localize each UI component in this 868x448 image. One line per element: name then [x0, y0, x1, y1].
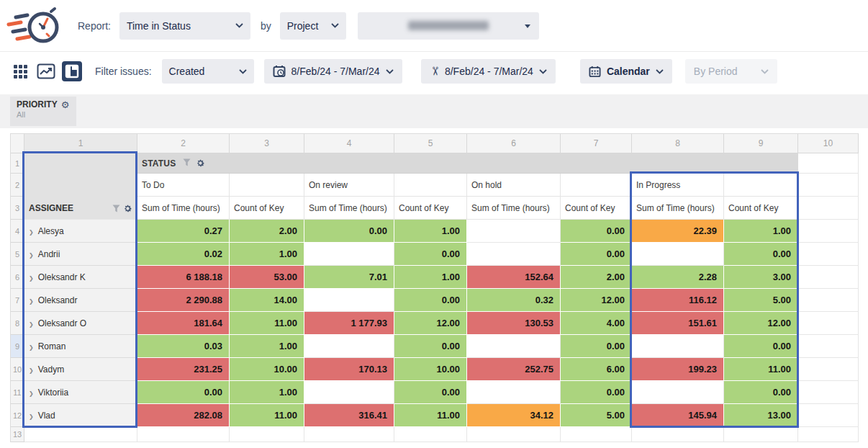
column-header-10[interactable]: 10	[798, 134, 859, 153]
value-cell[interactable]: 0.00	[724, 381, 798, 404]
column-header-5[interactable]: 5	[394, 134, 467, 153]
empty-cell[interactable]	[798, 153, 859, 174]
scope-select[interactable]: Project	[280, 12, 346, 40]
value-cell[interactable]: 2.00	[561, 266, 632, 289]
value-cell[interactable]: 1.00	[724, 220, 798, 243]
column-header-4[interactable]: 4	[304, 134, 394, 153]
value-cell[interactable]	[467, 381, 561, 404]
expand-chevron-icon[interactable]: ❯	[29, 390, 34, 397]
value-cell[interactable]: 0.00	[724, 335, 798, 358]
row-number-4[interactable]: 4	[11, 220, 24, 243]
value-cell[interactable]	[467, 220, 561, 243]
expand-chevron-icon[interactable]: ❯	[29, 367, 34, 374]
value-cell[interactable]: 1.00	[230, 381, 304, 404]
empty-cell[interactable]	[467, 427, 561, 442]
status-time-range-button[interactable]: ✂ 8/Feb/24 - 7/Mar/24	[421, 59, 556, 84]
value-cell[interactable]: 11.00	[230, 312, 304, 335]
value-cell[interactable]: 6 188.18	[137, 266, 230, 289]
report-type-select[interactable]: Time in Status	[119, 12, 250, 40]
value-cell[interactable]: 0.03	[137, 335, 230, 358]
value-cell[interactable]	[304, 289, 394, 312]
value-cell[interactable]: 22.39	[632, 220, 724, 243]
value-cell[interactable]: 2.00	[230, 220, 304, 243]
expand-chevron-icon[interactable]: ❯	[29, 229, 34, 236]
value-cell[interactable]: 151.61	[632, 312, 724, 335]
status-group-on-review[interactable]: On review	[304, 174, 394, 197]
gear-icon[interactable]: ⚙	[61, 100, 70, 109]
value-cell[interactable]: 0.00	[394, 335, 467, 358]
assignee-cell-andrii[interactable]: ❯Andrii	[24, 243, 137, 266]
value-cell[interactable]: 11.00	[724, 358, 798, 381]
project-select[interactable]	[358, 12, 539, 40]
value-cell[interactable]	[632, 243, 724, 266]
row-number-3[interactable]: 3	[11, 197, 24, 220]
measure-count-of-key[interactable]: Count of Key	[561, 197, 632, 220]
column-header-8[interactable]: 8	[632, 134, 724, 153]
empty-cell[interactable]	[798, 289, 859, 312]
empty-cell[interactable]	[561, 427, 632, 442]
empty-cell[interactable]	[24, 427, 137, 442]
value-cell[interactable]: 0.02	[137, 243, 230, 266]
status-group-to-do[interactable]: To Do	[137, 174, 230, 197]
assignee-header-cell[interactable]: ASSIGNEE	[24, 153, 137, 220]
empty-cell[interactable]	[632, 427, 724, 442]
value-cell[interactable]	[304, 381, 394, 404]
value-cell[interactable]: 0.00	[561, 335, 632, 358]
row-number-7[interactable]: 7	[11, 289, 24, 312]
column-header-3[interactable]: 3	[230, 134, 304, 153]
value-cell[interactable]: 53.00	[230, 266, 304, 289]
value-cell[interactable]: 231.25	[137, 358, 230, 381]
status-group-in-progress[interactable]: In Progress	[632, 174, 724, 197]
column-header-9[interactable]: 9	[724, 134, 798, 153]
empty-cell[interactable]	[798, 335, 859, 358]
value-cell[interactable]: 0.32	[467, 289, 561, 312]
assignee-cell-alesya[interactable]: ❯Alesya	[24, 220, 137, 243]
filter-funnel-icon[interactable]	[183, 158, 191, 166]
chart-view-icon[interactable]	[36, 61, 56, 81]
value-cell[interactable]: 0.00	[561, 220, 632, 243]
value-cell[interactable]: 0.00	[394, 381, 467, 404]
value-cell[interactable]	[632, 381, 724, 404]
empty-cell[interactable]	[798, 174, 859, 197]
grid-view-icon[interactable]	[10, 61, 30, 81]
value-cell[interactable]: 316.41	[304, 404, 394, 427]
row-number-8[interactable]: 8	[11, 312, 24, 335]
value-cell[interactable]: 10.00	[230, 358, 304, 381]
priority-panel[interactable]: PRIORITY ⚙ All	[10, 97, 76, 126]
row-number-11[interactable]: 11	[11, 381, 24, 404]
value-cell[interactable]: 5.00	[724, 289, 798, 312]
empty-cell[interactable]	[137, 427, 230, 442]
row-number-2[interactable]: 2	[11, 174, 24, 197]
expand-chevron-icon[interactable]: ❯	[29, 413, 34, 420]
empty-cell[interactable]	[394, 427, 467, 442]
empty-cell[interactable]	[798, 404, 859, 427]
value-cell[interactable]: 0.27	[137, 220, 230, 243]
value-cell[interactable]: 3.00	[724, 266, 798, 289]
expand-chevron-icon[interactable]: ❯	[29, 252, 34, 259]
status-group-on-hold[interactable]: On hold	[467, 174, 561, 197]
value-cell[interactable]: 4.00	[561, 312, 632, 335]
empty-cell[interactable]	[798, 427, 859, 442]
value-cell[interactable]: 1.00	[394, 220, 467, 243]
value-cell[interactable]: 252.75	[467, 358, 561, 381]
empty-cell[interactable]	[724, 427, 798, 442]
measure-sum-of-time[interactable]: Sum of Time (hours)	[467, 197, 561, 220]
assignee-cell-vadym[interactable]: ❯Vadym	[24, 358, 137, 381]
value-cell[interactable]: 0.00	[394, 289, 467, 312]
row-number-10[interactable]: 10	[11, 358, 24, 381]
gear-icon[interactable]	[196, 158, 205, 168]
value-cell[interactable]: 1.00	[394, 266, 467, 289]
value-cell[interactable]	[467, 335, 561, 358]
row-number-1[interactable]: 1	[11, 153, 24, 174]
empty-cell[interactable]	[561, 174, 632, 197]
measure-count-of-key[interactable]: Count of Key	[394, 197, 467, 220]
value-cell[interactable]: 145.94	[632, 404, 724, 427]
column-header-6[interactable]: 6	[467, 134, 561, 153]
calendar-button[interactable]: Calendar	[580, 59, 672, 84]
value-cell[interactable]: 170.13	[304, 358, 394, 381]
assignee-cell-oleksandr-o[interactable]: ❯Oleksandr O	[24, 312, 137, 335]
empty-cell[interactable]	[798, 266, 859, 289]
expand-chevron-icon[interactable]: ❯	[29, 344, 34, 351]
gear-icon[interactable]	[123, 204, 132, 213]
value-cell[interactable]: 1.00	[230, 243, 304, 266]
